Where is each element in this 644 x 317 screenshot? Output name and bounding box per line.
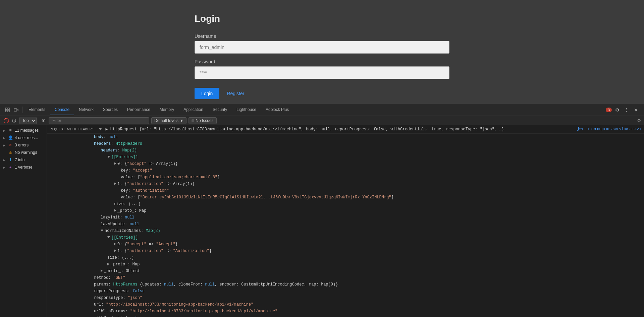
tree-line-entry0-collapsed[interactable]: 0: {"accept" => Array(1)} [47, 161, 644, 167]
svg-rect-0 [5, 108, 7, 110]
request-label: REQUEST WITH HEADER: [50, 127, 94, 131]
username-input[interactable] [195, 41, 449, 54]
tab-security[interactable]: Security [208, 105, 232, 115]
sidebar-item-all-messages[interactable]: ▶ ≡ 11 messages [0, 127, 47, 134]
username-label: Username [195, 34, 449, 39]
svg-rect-2 [5, 110, 7, 112]
expand-messages-arrow: ▶ [3, 129, 6, 132]
top-context-select[interactable]: top [19, 117, 37, 124]
tree-line-lazy-update: lazyUpdate: null [47, 221, 644, 228]
tab-elements[interactable]: Elements [24, 105, 50, 115]
inspect-icon[interactable] [4, 107, 11, 113]
tab-memory[interactable]: Memory [155, 105, 179, 115]
tree-line-val-auth: value: ["Bearer eyJhbGci0iJSUzI1NiIsInR5… [47, 194, 644, 201]
user-messages-icon: 👤 [8, 135, 13, 140]
tree-line-size: size: (...) [47, 201, 644, 207]
tree-line-response-type: responseType: "json" [47, 295, 644, 301]
tab-adblock-plus[interactable]: Adblock Plus [261, 105, 293, 115]
tree-line-headers-proto[interactable]: _proto_: Object [47, 268, 644, 274]
tree-line-body: body: null [47, 134, 644, 140]
device-toolbar-icon[interactable] [13, 107, 19, 113]
tab-performance[interactable]: Performance [122, 105, 155, 115]
tree-line-lazy-init: lazyInit: null [47, 214, 644, 221]
svg-line-8 [14, 121, 15, 121]
request-text: ▶ HttpRequest {url: "http://localhost:87… [105, 127, 504, 132]
sidebar-item-user-messages[interactable]: ▶ 👤 4 user mes... [0, 134, 47, 141]
tab-network[interactable]: Network [74, 105, 98, 115]
tree-line-entry1-collapsed[interactable]: 1: {"authorization" => Array(1)} [47, 181, 644, 187]
tab-application[interactable]: Application [179, 105, 208, 115]
tree-line-normalized-entries[interactable]: [[Entries]] [47, 234, 644, 241]
sidebar-verbose-label: 1 verbose [15, 165, 33, 170]
sidebar-item-info[interactable]: ▶ ℹ 7 info [0, 156, 47, 164]
expand-info-arrow: ▶ [3, 158, 6, 162]
sidebar-user-label: 4 user mes... [15, 135, 38, 140]
chevron-down-icon[interactable] [99, 128, 103, 131]
tree-line-report-progress: reportProgress: false [47, 288, 644, 295]
page-wrapper: Login Username Password Login Register [0, 0, 644, 317]
tree-line-norm-proto[interactable]: _proto_: Map [47, 261, 644, 268]
verbose-icon: ● [8, 165, 13, 170]
sidebar-item-warnings[interactable]: ⚠ No warnings [0, 149, 47, 156]
gear-icon[interactable]: ⚙ [613, 106, 621, 114]
clear-console-icon[interactable]: 🚫 [3, 117, 9, 124]
password-label: Password [195, 59, 449, 64]
tree-line-proto-map[interactable]: _proto_: Map [47, 207, 644, 214]
sidebar-item-verbose[interactable]: ▶ ● 1 verbose [0, 164, 47, 171]
console-toolbar-icons: 🚫 [3, 117, 17, 124]
tree-line-key-accept: key: "accept" [47, 167, 644, 174]
close-icon[interactable]: ✕ [632, 106, 640, 114]
console-settings-icon[interactable]: ⚙ [637, 118, 641, 123]
no-issues-badge[interactable]: No Issues [189, 117, 216, 124]
tree-line-url: url: "http://localhost:8783/monitoring-a… [47, 301, 644, 308]
tree-line-with-credentials: withCredentials: true [47, 315, 644, 317]
tree-line-normalized[interactable]: normalizedNames: Map(2) [47, 228, 644, 234]
preserve-log-icon[interactable] [11, 117, 17, 124]
no-issues-label: No Issues [196, 118, 213, 123]
tree-line-norm-entry1[interactable]: 1: {"authorization" => "Authorization"} [47, 248, 644, 254]
sidebar-errors-label: 3 errors [15, 143, 29, 147]
tree-line-method: method: "GET" [47, 274, 644, 281]
svg-rect-4 [14, 109, 17, 111]
toolbar-right-settings: ⚙ [637, 118, 641, 123]
more-options-icon[interactable]: ⋮ [623, 106, 631, 114]
tree-line-val-accept: value: ["application/json;charset=utf-8"… [47, 174, 644, 181]
devtools-right-icons: 3 ⚙ ⋮ ✕ [606, 106, 643, 114]
register-link[interactable]: Register [227, 91, 244, 96]
console-body: ▶ ≡ 11 messages ▶ 👤 4 user mes... ▶ ✕ 3 … [0, 125, 644, 317]
show-hidden-icon[interactable]: 👁 [40, 117, 47, 124]
expand-verbose-arrow: ▶ [3, 166, 6, 169]
default-levels-button[interactable]: Default levels ▼ [151, 117, 186, 124]
password-input[interactable] [195, 66, 449, 79]
sidebar-item-errors[interactable]: ▶ ✕ 3 errors [0, 141, 47, 149]
tree-line-params: params: HttpParams {updates: null, clone… [47, 281, 644, 288]
tree-line-norm-entry0[interactable]: 0: {"accept" => "Accept"} [47, 241, 644, 248]
sidebar-warnings-label: No warnings [15, 150, 37, 155]
login-title: Login [195, 13, 449, 24]
devtools-tabs-bar: Elements Console Network Sources Perform… [0, 104, 644, 116]
tree-line-norm-size: size: (...) [47, 254, 644, 261]
console-toolbar: 🚫 top 👁 Default levels ▼ N [0, 116, 644, 125]
devtools-icons-group [1, 107, 22, 113]
tree-line-headers: headers: HttpHeaders [47, 140, 644, 147]
tree-line-key-auth: key: "authorization" [47, 187, 644, 194]
console-filter-input[interactable] [49, 117, 149, 124]
tree-line-headers-map: headers: Map(2) [47, 147, 644, 154]
expand-errors-arrow: ▶ [3, 143, 6, 147]
svg-rect-1 [8, 108, 9, 110]
tab-console[interactable]: Console [50, 105, 74, 115]
tab-sources[interactable]: Sources [98, 105, 122, 115]
error-badge: 3 [606, 108, 612, 112]
request-source-link[interactable]: jwt-interceptor.service.ts:24 [577, 126, 641, 132]
svg-rect-3 [8, 110, 9, 112]
tree-line-entries[interactable]: [[Entries]] [47, 154, 644, 161]
console-sidebar: ▶ ≡ 11 messages ▶ 👤 4 user mes... ▶ ✕ 3 … [0, 125, 47, 317]
sidebar-info-label: 7 info [15, 157, 24, 162]
console-main[interactable]: jwt-interceptor.service.ts:24 REQUEST WI… [47, 125, 644, 317]
tab-lighthouse[interactable]: Lighthouse [232, 105, 261, 115]
tree-line-url-with-params: urlWithParams: "http://localhost:8783/mo… [47, 308, 644, 315]
no-issues-dot [192, 119, 194, 122]
log-entry-request: jwt-interceptor.service.ts:24 REQUEST WI… [47, 125, 644, 134]
login-container: Login Username Password Login Register [195, 13, 449, 99]
login-button[interactable]: Login [195, 88, 219, 99]
